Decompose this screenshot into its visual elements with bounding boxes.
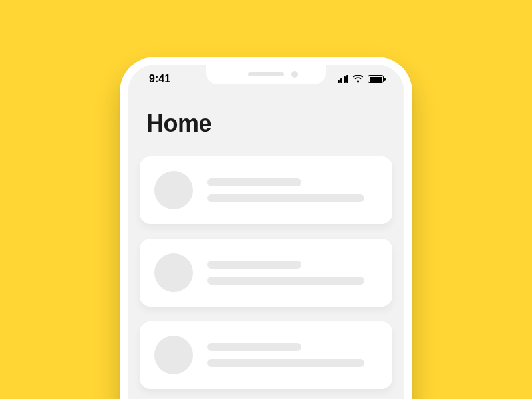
status-time: 9:41 [149, 73, 170, 85]
phone-frame: 9:41 Home [120, 57, 412, 399]
title-skeleton [207, 343, 301, 351]
notch [206, 65, 326, 84]
text-placeholder [207, 178, 378, 202]
subtitle-skeleton [207, 277, 364, 285]
page-title: Home [146, 110, 386, 138]
subtitle-skeleton [207, 359, 364, 367]
avatar-placeholder [154, 336, 193, 374]
speaker-grill [248, 72, 284, 76]
cellular-signal-icon [338, 75, 349, 83]
list-item[interactable] [140, 239, 392, 307]
card-list[interactable] [128, 156, 404, 389]
subtitle-skeleton [207, 194, 364, 202]
avatar-placeholder [154, 253, 193, 292]
text-placeholder [207, 261, 378, 285]
phone-screen: 9:41 Home [128, 65, 404, 399]
list-item[interactable] [140, 156, 392, 224]
header: Home [128, 94, 404, 156]
status-icons [338, 75, 386, 83]
front-camera [291, 71, 298, 78]
title-skeleton [207, 261, 301, 269]
text-placeholder [207, 343, 378, 367]
title-skeleton [207, 178, 301, 186]
avatar-placeholder [154, 171, 193, 209]
battery-icon [368, 75, 386, 83]
wifi-icon [352, 75, 364, 83]
list-item[interactable] [140, 321, 392, 389]
